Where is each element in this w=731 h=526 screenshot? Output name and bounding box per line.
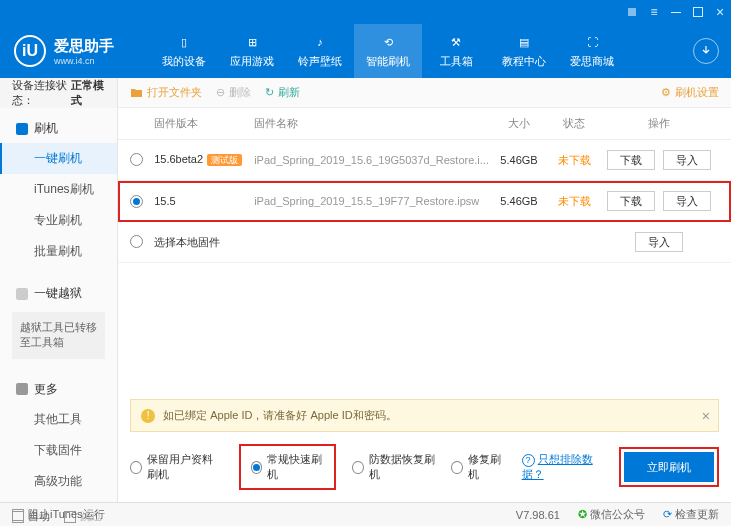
import-button[interactable]: 导入 (663, 191, 711, 211)
table-header: 固件版本 固件名称 大小 状态 操作 (118, 108, 731, 140)
apps-icon: ⊞ (243, 33, 261, 51)
update-icon: ⟳ (663, 508, 672, 520)
warning-icon: ! (141, 409, 155, 423)
mode-radio[interactable] (352, 461, 364, 474)
nav-label: 教程中心 (502, 54, 546, 69)
refresh-button[interactable]: ↻ 刷新 (265, 85, 300, 100)
fw-size: 5.46GB (489, 195, 549, 207)
bullet-icon (16, 288, 28, 300)
row-radio[interactable] (130, 195, 143, 208)
row-radio[interactable] (130, 153, 143, 166)
flash-settings-button[interactable]: ⚙ 刷机设置 (661, 85, 719, 100)
side-item[interactable]: iTunes刷机 (0, 174, 117, 205)
fw-status: 未下载 (549, 153, 599, 168)
import-button[interactable]: 导入 (635, 232, 683, 252)
delete-icon: ⊖ (216, 86, 225, 99)
col-name: 固件名称 (254, 116, 489, 131)
local-fw-radio[interactable] (130, 235, 143, 248)
menu-icon[interactable]: ≡ (647, 5, 661, 19)
toolbar: 打开文件夹 ⊖ 删除 ↻ 刷新 ⚙ 刷机设置 (118, 78, 731, 108)
minimize-icon[interactable] (669, 5, 683, 19)
download-icon[interactable] (693, 38, 719, 64)
import-button[interactable]: 导入 (663, 150, 711, 170)
nav-label: 我的设备 (162, 54, 206, 69)
download-button[interactable]: 下载 (607, 150, 655, 170)
bullet-icon (16, 383, 28, 395)
mode-radio[interactable] (130, 461, 142, 474)
app-name: 爱思助手 (54, 37, 114, 56)
nav-label: 应用游戏 (230, 54, 274, 69)
delete-button[interactable]: ⊖ 删除 (216, 85, 251, 100)
mode-option[interactable]: 常规快速刷机 (239, 444, 336, 490)
fw-name: iPad_Spring_2019_15.5_19F77_Restore.ipsw (254, 195, 489, 207)
side-item[interactable]: 其他工具 (0, 404, 117, 435)
logo: iU 爱思助手 www.i4.cn (0, 35, 150, 67)
nav-apps[interactable]: ⊞应用游戏 (218, 24, 286, 78)
bullet-icon (16, 123, 28, 135)
col-ops: 操作 (599, 116, 719, 131)
header: iU 爱思助手 www.i4.cn ▯我的设备⊞应用游戏♪铃声壁纸⟲智能刷机⚒工… (0, 24, 731, 78)
mode-option[interactable]: 保留用户资料刷机 (130, 452, 223, 482)
titlebar: ≡ × (0, 0, 731, 24)
close-icon[interactable]: × (713, 5, 727, 19)
sidebar: 设备连接状态： 正常模式 刷机一键刷机iTunes刷机专业刷机批量刷机一键越狱越… (0, 78, 118, 502)
gear-icon: ⚙ (661, 86, 671, 99)
side-item[interactable]: 专业刷机 (0, 205, 117, 236)
check-update-link[interactable]: ⟳ 检查更新 (663, 507, 719, 522)
music-icon: ♪ (311, 33, 329, 51)
wechat-link[interactable]: ✪ 微信公众号 (578, 507, 645, 522)
version-label: V7.98.61 (516, 509, 560, 521)
warning-bar: ! 如已绑定 Apple ID，请准备好 Apple ID和密码。 × (130, 399, 719, 432)
nav-refresh[interactable]: ⟲智能刷机 (354, 24, 422, 78)
nav-label: 铃声壁纸 (298, 54, 342, 69)
side-head-2[interactable]: 更多 (0, 375, 117, 404)
refresh-icon: ⟲ (379, 33, 397, 51)
status-label: 设备连接状态： (12, 78, 71, 108)
info-icon[interactable]: ? (522, 454, 535, 467)
firmware-row[interactable]: 15.5 iPad_Spring_2019_15.5_19F77_Restore… (118, 181, 731, 222)
block-itunes-check[interactable]: 阻止iTunes运行 (12, 507, 105, 522)
col-version: 固件版本 (154, 116, 254, 131)
maximize-icon[interactable] (691, 5, 705, 19)
mode-radio[interactable] (451, 461, 462, 474)
fw-version: 15.5 (154, 195, 254, 207)
phone-icon: ▯ (175, 33, 193, 51)
grid-icon[interactable] (625, 5, 639, 19)
nav-toolbox[interactable]: ⚒工具箱 (422, 24, 490, 78)
col-size: 大小 (489, 116, 549, 131)
mode-bar: 保留用户资料刷机常规快速刷机防数据恢复刷机修复刷机? 只想排除数据？立即刷机 (118, 432, 731, 502)
refresh-icon: ↻ (265, 86, 274, 99)
nav-music[interactable]: ♪铃声壁纸 (286, 24, 354, 78)
side-item[interactable]: 高级功能 (0, 466, 117, 497)
toolbox-icon: ⚒ (447, 33, 465, 51)
fw-status: 未下载 (549, 194, 599, 209)
mode-radio[interactable] (251, 461, 263, 474)
nav-label: 工具箱 (440, 54, 473, 69)
mode-option[interactable]: 修复刷机 (451, 452, 505, 482)
fw-size: 5.46GB (489, 154, 549, 166)
open-folder-button[interactable]: 打开文件夹 (130, 85, 202, 100)
status-value: 正常模式 (71, 78, 105, 108)
nav-label: 爱思商城 (570, 54, 614, 69)
side-item[interactable]: 下载固件 (0, 435, 117, 466)
mode-option[interactable]: 防数据恢复刷机 (352, 452, 435, 482)
firmware-row[interactable]: 15.6beta2测试版 iPad_Spring_2019_15.6_19G50… (118, 140, 731, 181)
warning-close-icon[interactable]: × (702, 408, 710, 424)
cart-icon: ⛶ (583, 33, 601, 51)
app-url: www.i4.cn (54, 56, 114, 66)
nav-phone[interactable]: ▯我的设备 (150, 24, 218, 78)
nav-label: 智能刷机 (366, 54, 410, 69)
side-head-1[interactable]: 一键越狱 (0, 279, 117, 308)
download-button[interactable]: 下载 (607, 191, 655, 211)
col-status: 状态 (549, 116, 599, 131)
logo-icon: iU (14, 35, 46, 67)
side-note: 越狱工具已转移至工具箱 (12, 312, 105, 359)
main-panel: 打开文件夹 ⊖ 删除 ↻ 刷新 ⚙ 刷机设置 固件版本 固件名称 大小 状态 操… (118, 78, 731, 502)
nav-cart[interactable]: ⛶爱思商城 (558, 24, 626, 78)
side-head-0[interactable]: 刷机 (0, 114, 117, 143)
nav-book[interactable]: ▤教程中心 (490, 24, 558, 78)
side-item[interactable]: 一键刷机 (0, 143, 117, 174)
side-item[interactable]: 批量刷机 (0, 236, 117, 267)
local-fw-label: 选择本地固件 (154, 235, 599, 250)
flash-now-button[interactable]: 立即刷机 (624, 452, 714, 482)
